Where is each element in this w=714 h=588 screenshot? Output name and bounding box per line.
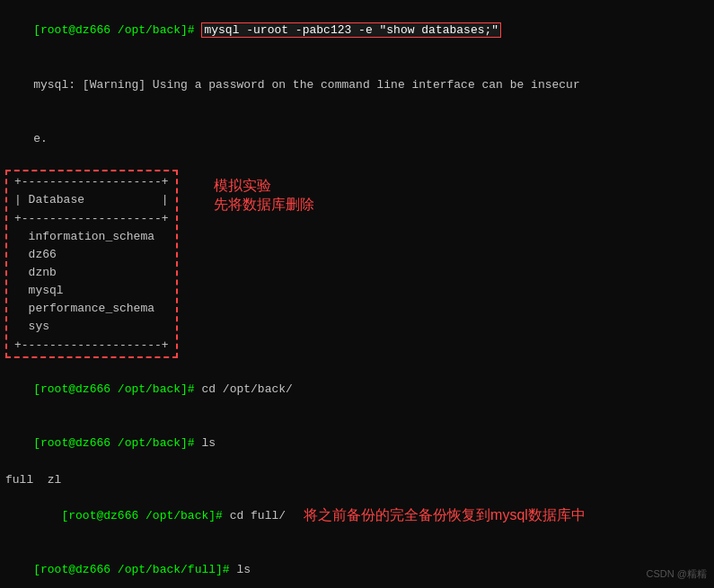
db-row-sys: sys xyxy=(14,318,169,336)
prompt-1: [root@dz666 /opt/back]# xyxy=(33,23,201,37)
annotation-simulation: 模拟实验 先将数据库删除 xyxy=(214,177,314,215)
table-header: | Database | xyxy=(14,191,169,209)
line-1: [root@dz666 /opt/back]# mysql -uroot -pa… xyxy=(5,4,709,57)
terminal: [root@dz666 /opt/back]# mysql -uroot -pa… xyxy=(0,0,714,588)
line-ls-result: full zl xyxy=(5,471,709,489)
db-table-section: +--------------------+ | Database | +---… xyxy=(5,168,709,359)
line-cd-full: [root@dz666 /opt/back]# cd full/ xyxy=(5,489,286,543)
table-sep-bot: +--------------------+ xyxy=(14,337,169,355)
db-row-perf: performance_schema xyxy=(14,300,169,318)
line-cd-back: [root@dz666 /opt/back]# cd /opt/back/ xyxy=(5,363,709,417)
cd-full-section: [root@dz666 /opt/back]# cd full/ 将之前备份的完… xyxy=(5,489,709,543)
table-sep-top: +--------------------+ xyxy=(14,173,169,191)
line-ls-full: [root@dz666 /opt/back/full]# ls xyxy=(5,543,709,588)
warning-2: e. xyxy=(5,112,709,166)
annotation-restore: 将之前备份的完全备份恢复到mysql数据库中 xyxy=(304,506,586,525)
db-table-box: +--------------------+ | Database | +---… xyxy=(5,170,178,357)
cmd-1: mysql -uroot -pabc123 -e "show databases… xyxy=(201,22,501,38)
watermark: CSDN @糯糯 xyxy=(647,567,707,581)
db-row-mysql: mysql xyxy=(14,282,169,300)
db-row-info-schema: information_schema xyxy=(14,228,169,246)
warning-1: mysql: [Warning] Using a password on the… xyxy=(5,57,709,111)
line-ls: [root@dz666 /opt/back]# ls xyxy=(5,417,709,470)
table-sep-mid: +--------------------+ xyxy=(14,210,169,228)
db-row-dznb: dznb xyxy=(14,264,169,282)
db-row-dz66: dz66 xyxy=(14,246,169,264)
